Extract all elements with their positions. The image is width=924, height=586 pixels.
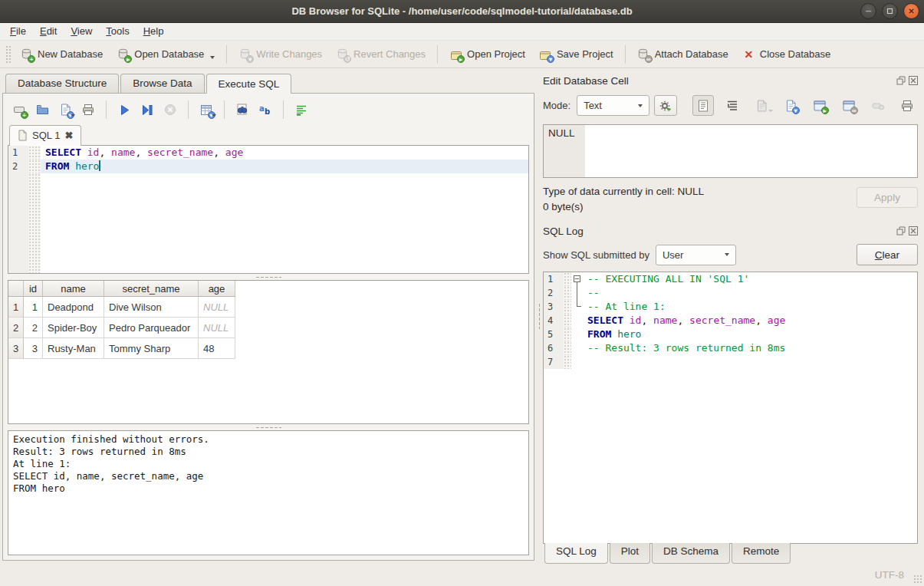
collapse-icon[interactable]	[574, 275, 580, 282]
float-panel-icon[interactable]	[896, 226, 906, 236]
encoding-indicator[interactable]: UTF-8	[875, 569, 904, 581]
save-project-button[interactable]: ▾Save Project	[532, 44, 620, 64]
close-database-button[interactable]: ✕Close Database	[735, 44, 838, 64]
link-button[interactable]: ∞	[838, 95, 860, 116]
close-tab-icon[interactable]: ✖	[64, 131, 73, 140]
table-cell[interactable]: Deadpond	[43, 297, 104, 318]
table-cell[interactable]: NULL	[199, 318, 235, 338]
table-cell[interactable]: Rusty-Man	[43, 338, 104, 359]
splitter-editor-results[interactable]	[8, 274, 529, 280]
chevron-down-icon[interactable]	[71, 114, 75, 117]
print-button[interactable]	[78, 100, 98, 120]
splitter-results-message[interactable]	[8, 424, 529, 430]
table-cell[interactable]: NULL	[199, 297, 235, 318]
print-icon	[82, 104, 95, 117]
column-header-name[interactable]: name	[43, 281, 104, 297]
open-database-button[interactable]: ▸Open Database	[110, 44, 222, 64]
open-project-button[interactable]: ▸Open Project	[442, 44, 532, 64]
open-sql-file-button[interactable]	[32, 100, 52, 120]
autocomplete-icon: ab	[259, 104, 272, 117]
cell-text-area[interactable]	[585, 125, 917, 177]
menu-file[interactable]: File	[3, 23, 33, 40]
message-line: SELECT id, name, secret_name, age	[13, 470, 524, 482]
chevron-down-icon[interactable]	[212, 114, 216, 117]
toolbar-drag-handle[interactable]	[5, 45, 11, 64]
table-cell[interactable]: Tommy Sharp	[104, 338, 199, 359]
chevron-down-icon	[638, 104, 643, 107]
table-cell[interactable]: Pedro Parqueador	[104, 318, 199, 338]
word-wrap-icon	[726, 99, 739, 112]
format-button[interactable]	[291, 100, 311, 120]
table-cell[interactable]: 3	[24, 338, 43, 359]
save-as-button[interactable]: ▾	[780, 95, 801, 116]
tab-execute-sql[interactable]: Execute SQL	[206, 74, 292, 94]
menu-edit[interactable]: Edit	[33, 23, 64, 40]
apply-mode-button[interactable]	[654, 95, 677, 116]
results-grid[interactable]: idnamesecret_nameage11DeadpondDive Wilso…	[8, 280, 529, 424]
find-button[interactable]	[232, 100, 252, 120]
tab-plot[interactable]: Plot	[610, 543, 650, 564]
word-wrap-button[interactable]	[722, 95, 743, 116]
edit-cell-title: Edit Database Cell	[543, 75, 629, 87]
tab-database-structure[interactable]: Database Structure	[5, 74, 119, 93]
toolbar-separator	[224, 100, 225, 119]
column-header-age[interactable]: age	[199, 281, 235, 297]
table-cell[interactable]: 48	[199, 338, 235, 359]
tab-browse-data[interactable]: Browse Data	[120, 74, 204, 93]
code-area[interactable]	[41, 173, 528, 273]
table-cell[interactable]: 2	[24, 318, 43, 338]
log-filter-combobox[interactable]: User	[656, 245, 736, 265]
close-icon[interactable]: ✕	[903, 3, 919, 19]
print-cell-button[interactable]	[896, 95, 918, 116]
log-line: 3-- At line 1:	[544, 300, 917, 314]
execute-line-button[interactable]	[137, 100, 157, 120]
clear-log-button[interactable]: Clear	[857, 244, 918, 265]
apply-button[interactable]: Apply	[857, 187, 918, 208]
table-cell[interactable]: Dive Wilson	[104, 297, 199, 318]
row-header[interactable]: 3	[8, 338, 24, 359]
float-panel-icon[interactable]	[896, 76, 906, 86]
autocomplete-button[interactable]: ab	[255, 100, 275, 120]
close-panel-icon[interactable]	[908, 76, 918, 86]
minimize-icon[interactable]: ─	[860, 3, 876, 19]
execute-all-button[interactable]	[114, 100, 134, 120]
menu-help[interactable]: Help	[136, 23, 171, 40]
column-header-secret-name[interactable]: secret_name	[104, 281, 199, 297]
open-external-button[interactable]: ▸	[809, 95, 830, 116]
tab-remote[interactable]: Remote	[732, 543, 791, 564]
menu-tools[interactable]: Tools	[99, 23, 136, 40]
maximize-icon[interactable]	[882, 3, 898, 19]
fold-marker[interactable]	[571, 272, 583, 286]
menu-view[interactable]: View	[64, 23, 99, 40]
text-mode-button[interactable]	[692, 95, 714, 116]
open-sql-file-icon	[36, 104, 49, 117]
sql-editor[interactable]: 1SELECT id, name, secret_name, age2FROM …	[8, 145, 529, 274]
resize-grip[interactable]	[913, 574, 922, 584]
sql-doc-tab[interactable]: SQL 1 ✖	[9, 125, 81, 146]
new-sql-tab-button[interactable]: +	[9, 100, 29, 120]
editor-empty-area[interactable]	[8, 173, 528, 273]
code-line[interactable]: SELECT id, name, secret_name, age	[41, 146, 528, 160]
cell-editor[interactable]: NULL	[543, 124, 918, 178]
row-header[interactable]: 1	[8, 297, 24, 318]
column-header-id[interactable]: id	[24, 281, 43, 297]
attach-database-button[interactable]: ∞Attach Database	[630, 44, 735, 64]
new-database-button[interactable]: +New Database	[13, 44, 110, 64]
close-database-icon: ✕	[742, 48, 755, 61]
sql-log-view[interactable]: 1-- EXECUTING ALL IN 'SQL 1'2--3-- At li…	[543, 272, 918, 544]
tab-sql-log[interactable]: SQL Log	[544, 543, 608, 564]
chevron-down-icon[interactable]	[210, 56, 215, 59]
title-bar[interactable]: DB Browser for SQLite - /home/user/code/…	[0, 0, 924, 23]
row-header[interactable]: 2	[8, 318, 24, 338]
log-line: 2--	[544, 286, 917, 300]
fold-marker	[571, 341, 583, 355]
save-sql-file-button[interactable]: ▾	[55, 100, 75, 120]
mode-combobox[interactable]: Text	[577, 95, 649, 116]
code-line[interactable]: FROM hero	[41, 160, 528, 173]
save-results-button[interactable]: ▾	[196, 100, 216, 120]
table-cell[interactable]: 1	[24, 297, 43, 318]
close-panel-icon[interactable]	[908, 226, 918, 236]
table-cell[interactable]: Spider-Boy	[43, 318, 104, 338]
gear-icon	[659, 99, 672, 112]
tab-db-schema[interactable]: DB Schema	[652, 543, 730, 564]
